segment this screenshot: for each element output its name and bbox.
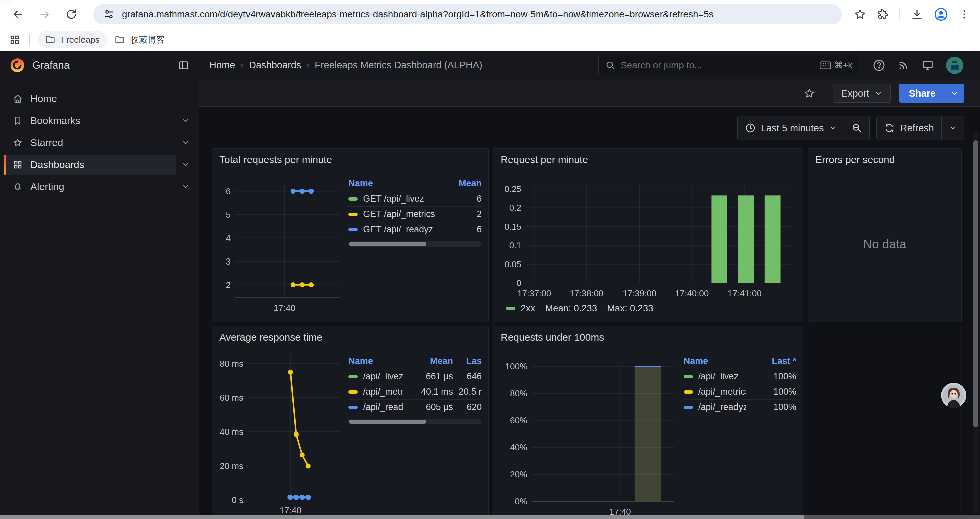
sidebar-item-bookmarks[interactable]: Bookmarks (4, 110, 195, 131)
bookmark-folder-label: Freeleaps (61, 35, 100, 45)
svg-text:5: 5 (226, 210, 231, 220)
time-range-picker[interactable]: Last 5 minutes (738, 116, 844, 140)
star-icon (12, 137, 23, 148)
series-name: /api/_readyz (684, 402, 746, 412)
legend-scrollbar-thumb[interactable] (349, 420, 426, 424)
legend-row[interactable]: GET /api/_metrics2 (348, 207, 482, 222)
url-text[interactable]: grafana.mathmast.com/d/deytv4rwavabkb/fr… (122, 9, 832, 20)
legend-scrollbar[interactable] (348, 241, 482, 247)
bookmark-folder-blogs[interactable]: 收藏博客 (107, 31, 172, 49)
home-icon (12, 93, 23, 104)
chart-bar: 100%80%60%40%20%0%17:40 (500, 348, 678, 519)
apps-grid-icon[interactable] (10, 34, 20, 45)
time-controls: Last 5 minutes Refresh (737, 115, 964, 140)
sidebar-item-capsule: Dashboards (4, 155, 177, 175)
grafana-logo[interactable] (10, 57, 25, 73)
horizontal-scrollbar[interactable] (0, 515, 980, 519)
forward-icon[interactable] (38, 8, 51, 21)
favorite-star-icon[interactable] (803, 88, 815, 99)
legend-col-last[interactable]: Last * (746, 356, 796, 366)
monitor-icon[interactable] (921, 59, 934, 72)
search-input[interactable]: ⌘+k (598, 55, 859, 76)
extensions-icon[interactable] (877, 8, 889, 21)
bookmark-star-icon[interactable] (854, 8, 866, 21)
news-rss-icon[interactable] (897, 59, 909, 72)
svg-text:80 ms: 80 ms (220, 359, 243, 369)
share-menu-chevron[interactable] (945, 84, 964, 102)
legend-row[interactable]: /api/_metrics100% (684, 385, 796, 400)
browser-toolbar: grafana.mathmast.com/d/deytv4rwavabkb/fr… (0, 0, 980, 29)
site-settings-icon[interactable] (103, 9, 115, 20)
browser-menu-icon[interactable] (959, 9, 970, 20)
legend-col-name[interactable]: Name (348, 356, 403, 366)
refresh-button[interactable]: Refresh (877, 116, 941, 140)
panel-title[interactable]: Average response time (212, 326, 488, 345)
chart-line: 6543217:40 (219, 170, 342, 317)
series-swatch (506, 307, 515, 310)
series-swatch (684, 390, 693, 394)
svg-text:0 s: 0 s (232, 495, 243, 505)
legend-col-mean[interactable]: Mean (403, 356, 453, 366)
legend-row[interactable]: /api/_livez661 µs646 (348, 369, 482, 385)
breadcrumb-item[interactable]: Freeleaps Metrics Dashboard (ALPHA) (315, 60, 482, 71)
screen: grafana.mathmast.com/d/deytv4rwavabkb/fr… (0, 0, 980, 519)
apps-icon (12, 159, 23, 170)
dock-menu-icon[interactable] (178, 59, 190, 72)
bookmark-icon (12, 115, 23, 126)
chevron-down-icon[interactable] (177, 117, 195, 125)
legend-col-name[interactable]: Name (348, 178, 438, 189)
vertical-scrollbar-thumb[interactable] (973, 140, 978, 428)
bell-icon (12, 181, 23, 192)
reload-icon[interactable] (65, 8, 78, 21)
legend-row[interactable]: GET /api/_livez6 (348, 192, 482, 207)
chart-line: 80 ms60 ms40 ms20 ms0 s17:40 (219, 348, 342, 519)
sidebar-item-home[interactable]: Home (4, 88, 195, 109)
chevron-down-icon[interactable] (177, 183, 195, 191)
user-avatar[interactable] (946, 57, 963, 74)
profile-icon[interactable] (934, 7, 948, 21)
legend-scrollbar-thumb[interactable] (349, 242, 426, 246)
search-field[interactable] (621, 60, 814, 71)
legend-col-mean[interactable]: Mean (438, 178, 482, 189)
series-label: /api/_readyz (698, 402, 746, 412)
bookmark-folder-freeleaps[interactable]: Freeleaps (38, 31, 107, 48)
floating-avatar-widget[interactable] (941, 383, 966, 408)
legend-scrollbar[interactable] (348, 419, 482, 425)
panel-title[interactable]: Total requests per minute (212, 149, 488, 167)
chevron-down-icon[interactable] (177, 161, 195, 169)
back-icon[interactable] (11, 8, 25, 21)
chevron-down-icon[interactable] (177, 139, 195, 147)
sidebar-item-capsule: Bookmarks (4, 110, 177, 131)
svg-text:0%: 0% (515, 496, 527, 506)
toolbar-divider (899, 8, 900, 21)
legend-item[interactable]: 2xx (506, 303, 535, 314)
panel-title[interactable]: Errors per second (808, 149, 961, 167)
panel-title[interactable]: Request per minute (493, 149, 803, 167)
zoom-out-button[interactable] (843, 116, 869, 140)
sidebar-item-dashboards[interactable]: Dashboards (4, 155, 195, 175)
legend-col-las[interactable]: Las (453, 356, 482, 366)
sidebar-item-alerting[interactable]: Alerting (4, 177, 195, 197)
downloads-icon[interactable] (911, 8, 923, 21)
legend-col-name[interactable]: Name (684, 356, 746, 366)
legend-row[interactable]: /api/_readyz100% (684, 400, 796, 415)
panel-title[interactable]: Requests under 100ms (493, 326, 803, 345)
legend-row[interactable]: /api/_livez100% (684, 369, 796, 385)
share-button[interactable]: Share (899, 84, 945, 102)
legend-row[interactable]: /api/_readyz605 µs620 (348, 400, 482, 415)
series-value: 100% (746, 387, 796, 397)
breadcrumb-item[interactable]: Home (210, 60, 235, 71)
legend-row[interactable]: GET /api/_readyz6 (348, 222, 482, 238)
horizontal-scrollbar-thumb[interactable] (0, 515, 804, 519)
refresh-interval-chevron[interactable] (941, 116, 964, 140)
breadcrumb-item[interactable]: Dashboards (249, 60, 301, 71)
svg-text:2: 2 (226, 280, 231, 290)
help-icon[interactable] (873, 59, 885, 72)
address-bar[interactable]: grafana.mathmast.com/d/deytv4rwavabkb/fr… (94, 4, 842, 24)
legend-row[interactable]: /api/_metrics40.1 ms20.5 r (348, 385, 482, 400)
sidebar-item-starred[interactable]: Starred (4, 133, 195, 153)
brand-name[interactable]: Grafana (32, 59, 70, 72)
export-button[interactable]: Export (833, 84, 891, 102)
series-label: /api/_livez (698, 371, 738, 382)
svg-text:20 ms: 20 ms (220, 461, 243, 471)
